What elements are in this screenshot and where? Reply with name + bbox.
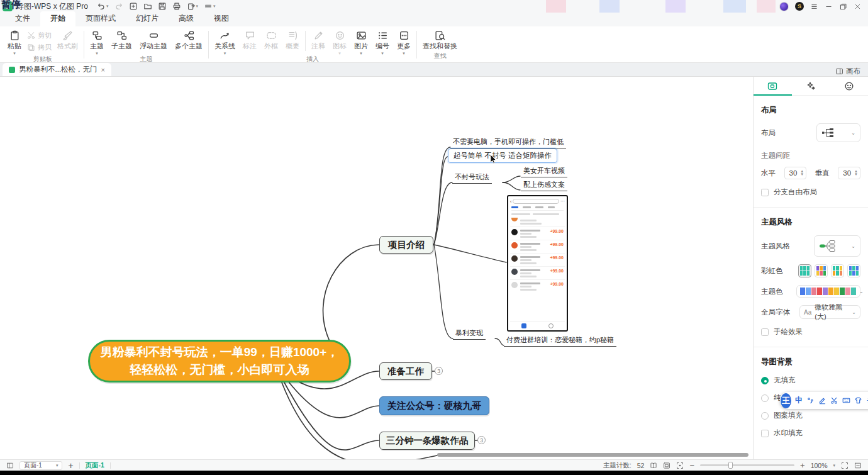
horizontal-scrollbar[interactable] xyxy=(437,453,748,457)
find-replace-button[interactable]: 查找和替换 xyxy=(419,28,461,51)
mindmap-canvas[interactable]: 男粉暴利不封号玩法，一单99，日赚1000+，轻轻松松，无门槛，小白即可入场 项… xyxy=(0,77,753,459)
add-page-button[interactable]: + xyxy=(68,461,73,471)
bg-solid-radio[interactable] xyxy=(761,394,769,402)
rainbow-style-1[interactable] xyxy=(798,264,811,277)
vertical-spacing-stepper[interactable]: 30 ▲▼ xyxy=(838,167,860,179)
zoom-slider[interactable] xyxy=(700,464,794,466)
tab-close-icon[interactable]: × xyxy=(101,66,105,74)
topic-button[interactable]: 主题▾ xyxy=(86,28,108,55)
child-video[interactable]: 美女开车视频 xyxy=(521,165,567,177)
menu-tab-page-style[interactable]: 页面样式 xyxy=(75,11,126,26)
new-page-icon[interactable] xyxy=(129,2,138,11)
branch-gzh-node[interactable]: 关注公众号：硬核九哥 xyxy=(379,396,489,415)
child-method[interactable]: 不封号玩法 xyxy=(452,172,492,184)
canvas-toggle[interactable]: 画布 xyxy=(835,67,868,76)
collapse-bar-icon[interactable] xyxy=(854,462,862,469)
collapse-badge[interactable]: 3 xyxy=(477,436,486,444)
relation-line-button[interactable]: 关系线▾ xyxy=(211,28,239,55)
share-icon[interactable]: ▾ xyxy=(187,2,199,11)
center-map-icon[interactable] xyxy=(676,462,684,469)
ime-pen-icon[interactable] xyxy=(818,396,826,405)
multi-topic-button[interactable]: 多个主题 xyxy=(171,28,206,51)
zoom-out-button[interactable]: − xyxy=(689,461,694,470)
branch-works-node[interactable]: 三分钟一条爆款作品 xyxy=(379,432,475,450)
child-training[interactable]: 付费进群培训：恋爱秘籍，约p秘籍 xyxy=(504,335,616,347)
print-icon[interactable] xyxy=(172,2,181,11)
rainbow-style-3[interactable] xyxy=(831,264,844,277)
quickbar-more-icon[interactable]: ▾ xyxy=(204,2,216,11)
child-no-pc[interactable]: 不需要电脑，手机即可操作，门槛低 xyxy=(450,137,566,148)
menu-tab-home[interactable]: 开始 xyxy=(40,11,75,26)
fit-window-icon[interactable] xyxy=(663,462,670,469)
zoom-level[interactable]: 100% xyxy=(811,462,828,469)
picture-button[interactable]: 图片▾ xyxy=(350,28,372,55)
outline-view-icon[interactable] xyxy=(650,462,657,469)
floating-topic-button[interactable]: 浮动主题 xyxy=(136,28,171,51)
sidebar-tab-emoji[interactable] xyxy=(830,77,868,95)
numbering-button[interactable]: 编号▾ xyxy=(372,28,393,55)
boundary-button[interactable]: 外框 xyxy=(260,28,282,51)
global-font-dropdown[interactable]: Aa 微软雅黑 (大) ⌄ xyxy=(799,305,860,319)
menu-tab-slides[interactable]: 幻灯片 xyxy=(126,11,169,26)
subtopic-button[interactable]: 子主题 xyxy=(108,28,136,51)
menu-tab-file[interactable]: 文件 xyxy=(5,11,40,26)
save-icon[interactable] xyxy=(158,2,167,11)
ime-toolbar[interactable]: 王 中 xyxy=(780,392,868,409)
icon-marker-button[interactable]: 图标▾ xyxy=(329,28,350,55)
layout-dropdown[interactable]: ⌄ xyxy=(816,123,860,142)
ime-keyboard-icon[interactable] xyxy=(842,396,850,405)
page-panel-icon[interactable] xyxy=(6,462,14,469)
undo-icon[interactable]: ▾ xyxy=(97,2,109,11)
minimize-icon[interactable] xyxy=(825,3,833,11)
rainbow-style-2[interactable] xyxy=(815,264,828,277)
branch-intro-node[interactable]: 项目介绍 xyxy=(379,236,433,254)
theme-style-dropdown[interactable]: ⌄ xyxy=(814,235,860,257)
zoom-slider-handle[interactable] xyxy=(728,462,733,469)
user-avatar[interactable] xyxy=(779,2,789,11)
page-select-dropdown[interactable]: 页面-1 ▾ xyxy=(19,461,62,470)
menu-tab-view[interactable]: 视图 xyxy=(204,11,239,26)
zoom-in-button[interactable]: + xyxy=(800,461,805,470)
free-layout-checkbox[interactable] xyxy=(761,189,769,196)
collapse-badge[interactable]: 3 xyxy=(435,367,443,375)
horizontal-spacing-stepper[interactable]: 30 ▲▼ xyxy=(784,167,807,179)
phone-screenshot-image[interactable]: ‹ ⋯ +99.00 xyxy=(507,195,568,332)
child-profit[interactable]: 暴利变现 xyxy=(453,328,486,340)
ime-scissors-icon[interactable] xyxy=(830,396,838,405)
close-icon[interactable] xyxy=(854,3,862,11)
ime-punctuation-icon[interactable] xyxy=(806,396,815,405)
ime-logo[interactable]: 王 xyxy=(781,393,791,408)
copy-button[interactable]: 拷贝 xyxy=(25,43,53,52)
open-file-icon[interactable] xyxy=(143,2,152,11)
window-menu-icon[interactable] xyxy=(810,3,818,11)
active-page-tab[interactable]: 页面-1 xyxy=(86,461,104,470)
child-copywriting[interactable]: 配上伤感文案 xyxy=(521,179,567,191)
document-tab[interactable]: 男粉暴利不...松松，无门 × xyxy=(3,63,111,76)
bg-watermark-checkbox[interactable] xyxy=(761,430,769,437)
central-topic-node[interactable]: 男粉暴利不封号玩法，一单99，日赚1000+，轻轻松松，无门槛，小白即可入场 xyxy=(88,340,351,383)
more-insert-button[interactable]: 更多▾ xyxy=(393,28,415,55)
ime-language-toggle[interactable]: 中 xyxy=(795,395,803,406)
note-button[interactable]: 注释 xyxy=(308,28,329,51)
branch-prep-node[interactable]: 准备工作 xyxy=(379,362,432,380)
sidebar-tab-style[interactable] xyxy=(754,77,792,95)
fullscreen-icon[interactable] xyxy=(841,462,849,469)
restore-icon[interactable] xyxy=(839,3,847,11)
theme-color-dropdown[interactable]: ⌄ xyxy=(796,285,860,298)
paste-button[interactable]: 粘贴▾ xyxy=(4,28,25,55)
vip-badge[interactable]: S xyxy=(795,2,804,11)
format-painter-button[interactable]: 格式刷 xyxy=(53,28,82,51)
app-window: 暂停 导图-WPS x 亿图 Pro ▾ ▾ ▾ S 文件 开始 xyxy=(0,0,868,475)
menu-tab-advanced[interactable]: 高级 xyxy=(169,11,204,26)
rainbow-style-4[interactable] xyxy=(847,264,860,277)
summary-button[interactable]: 概要 xyxy=(282,28,303,51)
hand-drawn-checkbox[interactable] xyxy=(761,328,769,336)
bg-pattern-radio[interactable] xyxy=(761,412,769,420)
child-easy-selected[interactable]: 起号简单 不封号 适合矩阵操作 xyxy=(448,148,557,163)
redo-icon[interactable] xyxy=(114,2,123,11)
ime-skin-icon[interactable] xyxy=(854,396,862,405)
sidebar-tab-ai[interactable] xyxy=(792,77,830,95)
cut-button[interactable]: 剪切 xyxy=(25,31,53,40)
bg-none-radio[interactable] xyxy=(761,377,769,384)
callout-button[interactable]: 标注 xyxy=(239,28,260,51)
